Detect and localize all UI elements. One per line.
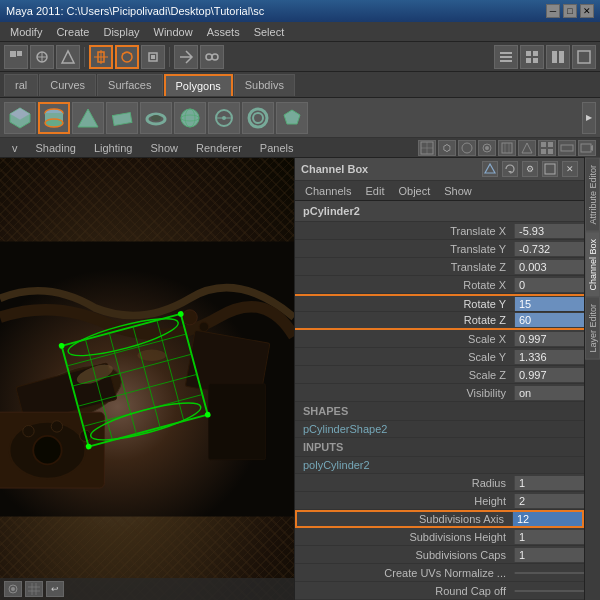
shape-name[interactable]: pCylinderShape2 bbox=[295, 421, 584, 438]
channel-box-content[interactable]: Translate X -5.93 Translate Y -0.732 Tra… bbox=[295, 222, 584, 600]
subdiv-caps-value[interactable]: 1 bbox=[514, 548, 584, 562]
channel-scale-y[interactable]: Scale Y 1.336 bbox=[295, 348, 584, 366]
toolbar-right-1[interactable] bbox=[494, 45, 518, 69]
tab-channel-box[interactable]: Channel Box bbox=[585, 232, 600, 298]
shelf-icon-cylinder[interactable] bbox=[38, 102, 70, 134]
cb-menu-show[interactable]: Show bbox=[438, 183, 478, 199]
shelf-icon-soccer[interactable] bbox=[276, 102, 308, 134]
cb-close-icon[interactable]: ✕ bbox=[562, 161, 578, 177]
view-menu-panels[interactable]: Panels bbox=[252, 140, 302, 156]
translate-x-value[interactable]: -5.93 bbox=[514, 224, 584, 238]
scale-z-value[interactable]: 0.997 bbox=[514, 368, 584, 382]
vp-toolbar-camera[interactable] bbox=[578, 140, 596, 156]
round-cap-value[interactable] bbox=[514, 590, 584, 592]
channel-translate-z[interactable]: Translate Z 0.003 bbox=[295, 258, 584, 276]
channel-translate-y[interactable]: Translate Y -0.732 bbox=[295, 240, 584, 258]
vp-toolbar-btn-7[interactable] bbox=[538, 140, 556, 156]
channel-radius[interactable]: Radius 1 bbox=[295, 474, 584, 492]
vp-toolbar-btn-3[interactable] bbox=[458, 140, 476, 156]
channel-translate-x[interactable]: Translate X -5.93 bbox=[295, 222, 584, 240]
channel-height[interactable]: Height 2 bbox=[295, 492, 584, 510]
channel-create-uvs[interactable]: Create UVs Normalize ... bbox=[295, 564, 584, 582]
channel-round-cap[interactable]: Round Cap off bbox=[295, 582, 584, 600]
channel-subdiv-caps[interactable]: Subdivisions Caps 1 bbox=[295, 546, 584, 564]
input-name[interactable]: polyCylinder2 bbox=[295, 457, 584, 474]
tab-subdivs[interactable]: Subdivs bbox=[234, 74, 295, 96]
tab-surfaces[interactable]: Surfaces bbox=[97, 74, 162, 96]
menu-select[interactable]: Select bbox=[248, 24, 291, 40]
tab-general[interactable]: ral bbox=[4, 74, 38, 96]
cb-menu-edit[interactable]: Edit bbox=[359, 183, 390, 199]
subdiv-axis-value[interactable]: 12 bbox=[512, 512, 582, 526]
toolbar-btn-1[interactable] bbox=[4, 45, 28, 69]
visibility-value[interactable]: on bbox=[514, 386, 584, 400]
vp-toolbar-btn-8[interactable] bbox=[558, 140, 576, 156]
menu-create[interactable]: Create bbox=[50, 24, 95, 40]
channel-subdiv-axis[interactable]: Subdivisions Axis 12 bbox=[295, 510, 584, 528]
scale-y-value[interactable]: 1.336 bbox=[514, 350, 584, 364]
rotate-x-value[interactable]: 0 bbox=[514, 278, 584, 292]
toolbar-btn-5[interactable] bbox=[174, 45, 198, 69]
close-button[interactable]: ✕ bbox=[580, 4, 594, 18]
rotate-z-value[interactable]: 60 bbox=[514, 313, 584, 327]
tab-polygons[interactable]: Polygons bbox=[164, 74, 233, 96]
channel-rotate-y[interactable]: Rotate Y 15 bbox=[295, 294, 584, 312]
channel-scale-z[interactable]: Scale Z 0.997 bbox=[295, 366, 584, 384]
tab-attribute-editor[interactable]: Attribute Editor bbox=[585, 158, 600, 232]
channel-rotate-x[interactable]: Rotate X 0 bbox=[295, 276, 584, 294]
translate-y-value[interactable]: -0.732 bbox=[514, 242, 584, 256]
cb-rotate-icon[interactable] bbox=[502, 161, 518, 177]
cb-close-mini[interactable] bbox=[542, 161, 558, 177]
menu-assets[interactable]: Assets bbox=[201, 24, 246, 40]
menu-window[interactable]: Window bbox=[148, 24, 199, 40]
toolbar-right-4[interactable] bbox=[572, 45, 596, 69]
shelf-icon-sphere[interactable] bbox=[174, 102, 206, 134]
menu-display[interactable]: Display bbox=[97, 24, 145, 40]
channel-visibility[interactable]: Visibility on bbox=[295, 384, 584, 402]
radius-value[interactable]: 1 bbox=[514, 476, 584, 490]
tab-curves[interactable]: Curves bbox=[39, 74, 96, 96]
tab-layer-editor[interactable]: Layer Editor bbox=[585, 297, 600, 360]
cb-settings-icon[interactable]: ⚙ bbox=[522, 161, 538, 177]
toolbar-btn-3[interactable] bbox=[56, 45, 80, 69]
shelf-icon-pipe[interactable] bbox=[242, 102, 274, 134]
cb-menu-channels[interactable]: Channels bbox=[299, 183, 357, 199]
vp-undo-btn[interactable]: ↩ bbox=[46, 581, 64, 597]
shelf-icon-helix[interactable] bbox=[208, 102, 240, 134]
minimize-button[interactable]: ─ bbox=[546, 4, 560, 18]
viewport[interactable]: ↩ bbox=[0, 158, 294, 600]
toolbar-btn-scale[interactable] bbox=[141, 45, 165, 69]
translate-z-value[interactable]: 0.003 bbox=[514, 260, 584, 274]
height-value[interactable]: 2 bbox=[514, 494, 584, 508]
shelf-icon-plane[interactable] bbox=[106, 102, 138, 134]
create-uvs-value[interactable] bbox=[514, 572, 584, 574]
channel-subdiv-height[interactable]: Subdivisions Height 1 bbox=[295, 528, 584, 546]
subdiv-height-value[interactable]: 1 bbox=[514, 530, 584, 544]
channel-rotate-z[interactable]: Rotate Z 60 bbox=[295, 312, 584, 330]
maximize-button[interactable]: □ bbox=[563, 4, 577, 18]
shelf-icon-torus[interactable] bbox=[140, 102, 172, 134]
vp-snap-btn[interactable] bbox=[4, 581, 22, 597]
view-menu-renderer[interactable]: Renderer bbox=[188, 140, 250, 156]
toolbar-right-3[interactable] bbox=[546, 45, 570, 69]
vp-grid-btn[interactable] bbox=[25, 581, 43, 597]
rotate-y-value[interactable]: 15 bbox=[514, 297, 584, 311]
menu-modify[interactable]: Modify bbox=[4, 24, 48, 40]
channel-scale-x[interactable]: Scale X 0.997 bbox=[295, 330, 584, 348]
toolbar-btn-move[interactable] bbox=[89, 45, 113, 69]
view-menu-v[interactable]: v bbox=[4, 140, 26, 156]
vp-toolbar-btn-5[interactable] bbox=[498, 140, 516, 156]
toolbar-btn-6[interactable] bbox=[200, 45, 224, 69]
vp-toolbar-btn-6[interactable] bbox=[518, 140, 536, 156]
vp-toolbar-btn-1[interactable] bbox=[418, 140, 436, 156]
vp-toolbar-btn-2[interactable]: ⬡ bbox=[438, 140, 456, 156]
toolbar-btn-2[interactable] bbox=[30, 45, 54, 69]
view-menu-show[interactable]: Show bbox=[142, 140, 186, 156]
cb-menu-object[interactable]: Object bbox=[392, 183, 436, 199]
shelf-scroll[interactable]: ▶ bbox=[582, 102, 596, 134]
toolbar-right-2[interactable] bbox=[520, 45, 544, 69]
view-menu-shading[interactable]: Shading bbox=[28, 140, 84, 156]
shelf-icon-cone[interactable] bbox=[72, 102, 104, 134]
scale-x-value[interactable]: 0.997 bbox=[514, 332, 584, 346]
cb-nav-icon[interactable] bbox=[482, 161, 498, 177]
